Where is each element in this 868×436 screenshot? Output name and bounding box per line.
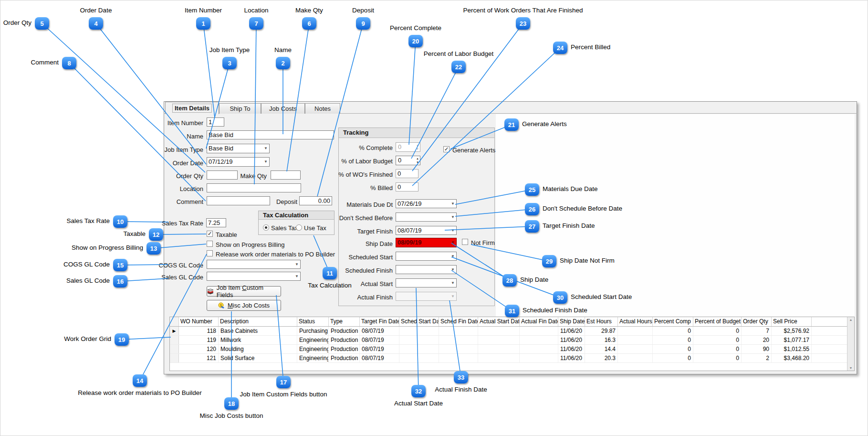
job-item-type-label: Job Item Type [127,146,203,153]
target-finish-dropdown[interactable]: 08/07/19▼ [396,226,457,235]
use-tax-radio[interactable] [296,224,302,231]
grid-cell: 121 [179,354,219,362]
chevron-down-icon: ▼ [451,213,455,221]
release-wo-materials-checkbox[interactable] [207,250,213,256]
sales-tax-radio-label: Sales Tax [271,224,298,232]
grid-cell: Engineering [297,354,329,362]
callout-badge-33: 33 [454,371,468,383]
not-firm-checkbox[interactable] [462,239,468,245]
ship-date-field[interactable]: 08/09/19▼ [396,238,457,247]
tab-job-costs[interactable]: Job Costs [261,103,305,114]
grid-cell: Millwork [219,336,297,344]
callout-label-24: Percent Billed [571,43,610,51]
grid-header-cell: Sell Price [772,317,812,326]
chevron-down-icon: ▼ [264,158,268,166]
grid-cell: Engineering [297,345,329,353]
grid-header-cell: Est Hours [585,317,618,326]
grid-vertical-scrollbar[interactable]: ▲ ▼ [847,317,854,371]
materials-due-dropdown[interactable]: 07/26/19▼ [396,199,457,208]
location-field[interactable] [207,183,301,192]
job-item-type-dropdown[interactable]: Base Bid▼ [207,144,270,153]
actual-finish-dropdown[interactable]: ▼ [396,292,457,301]
chevron-down-icon: ▼ [295,260,299,268]
tab-notes[interactable]: Notes [305,103,340,114]
misc-job-costs-button[interactable]: $ Misc Job Costs [207,300,281,311]
grid-cell [399,354,439,362]
chevron-down-icon: ▼ [451,265,455,273]
spinner-arrows-icon[interactable]: ▲▼ [416,143,419,151]
sales-gl-code-dropdown[interactable]: ▼ [207,272,301,281]
callout-badge-31: 31 [505,305,519,317]
callout-badge-12: 12 [149,228,163,241]
order-date-dropdown[interactable]: 07/12/19▼ [207,157,270,167]
percent-billed-field[interactable]: 0 [396,182,418,191]
grid-cell [520,327,558,335]
grid-header-cell: Type [329,317,360,326]
callout-badge-6: 6 [302,17,316,30]
dont-sched-before-label: Don't Sched Before [316,214,393,222]
sales-tax-radio[interactable] [263,224,269,231]
grid-cell [478,345,520,353]
percent-wos-finished-field[interactable]: 0 [396,169,418,178]
spinner-arrows-icon[interactable]: ▲▼ [416,157,419,164]
callout-label-19: Work Order Grid [0,335,111,342]
item-number-label: Item Number [127,119,203,127]
cogs-gl-code-dropdown[interactable]: ▼ [207,260,301,269]
callout-badge-23: 23 [516,17,530,30]
show-on-progress-billing-checkbox[interactable] [207,241,213,247]
tab-item-details[interactable]: Item Details [165,102,219,114]
costs-icon: $ [218,302,225,308]
order-qty-label: Order Qty [127,172,203,180]
table-row[interactable]: 120MouldingEngineeringProduction08/07/19… [170,345,854,354]
grid-cell [478,327,520,335]
callout-badge-26: 26 [525,203,539,215]
scroll-up-icon[interactable]: ▲ [849,318,853,321]
scheduled-start-dropdown[interactable]: ▼ [396,252,457,261]
grid-cell: 14.4 [585,345,618,353]
sales-gl-code-label: Sales GL Code [127,274,203,281]
grid-cell: 0 [653,345,693,353]
callout-label-4: Order Date [24,7,167,14]
callout-badge-4: 4 [89,17,103,30]
taxable-checkbox[interactable]: ✓ [207,231,213,237]
grid-cell: 0 [653,327,693,335]
grid-cell [439,354,478,362]
percent-complete-spinner[interactable]: 0 ▲▼ [396,142,420,152]
percent-labor-budget-label: % of Labor Budget [316,158,393,165]
table-row[interactable]: 119MillworkEngineeringProduction08/07/19… [170,336,854,345]
chevron-down-icon: ▼ [451,292,455,300]
callout-label-30: Scheduled Start Date [571,293,632,300]
make-qty-field[interactable] [271,170,301,180]
grid-header-cell: Sched Start Date [399,317,439,326]
grid-header-cell: Ship Date [558,317,585,326]
callout-label-20: Percent Complete [344,24,487,32]
grid-cell [439,327,478,335]
callout-label-25: Materials Due Date [543,185,598,192]
item-number-field[interactable]: 1 [207,117,224,127]
callout-label-15: COGS GL Code [0,261,110,268]
percent-labor-budget-spinner[interactable]: 0 ▲▼ [396,156,420,165]
name-field[interactable]: Base Bid [207,130,334,139]
generate-alerts-checkbox[interactable]: ✓ [443,146,450,152]
scroll-down-icon[interactable]: ▼ [849,366,853,370]
grid-header-cell: WO Number [179,317,219,326]
row-selector-icon: ▶ [170,327,179,335]
grid-cell: Solid Surface [219,354,297,362]
callout-label-32: Actual Start Date [337,400,500,407]
grid-cell: 119 [179,336,219,344]
tab-label: Notes [314,105,331,112]
grid-header-row: WO NumberDescriptionStatusTypeTarget Fin… [170,317,854,327]
tab-label: Job Costs [269,105,297,112]
callout-label-29: Ship Date Not Firm [560,257,615,264]
scheduled-finish-dropdown[interactable]: ▼ [396,265,457,274]
table-row[interactable]: ▶118Base CabinetsPurchasingProduction08/… [170,327,854,336]
dont-sched-before-dropdown[interactable]: ▼ [396,213,457,222]
chevron-down-icon: ▼ [451,226,455,234]
sales-tax-rate-field[interactable]: 7.25 [206,218,226,227]
tab-ship-to[interactable]: Ship To [219,103,261,114]
grid-cell: Engineering [297,336,329,344]
work-order-grid: WO NumberDescriptionStatusTypeTarget Fin… [169,317,855,371]
grid-cell: 29.87 [585,327,618,335]
table-row[interactable]: 121Solid SurfaceEngineeringProduction08/… [170,354,854,363]
callout-badge-14: 14 [133,374,147,387]
